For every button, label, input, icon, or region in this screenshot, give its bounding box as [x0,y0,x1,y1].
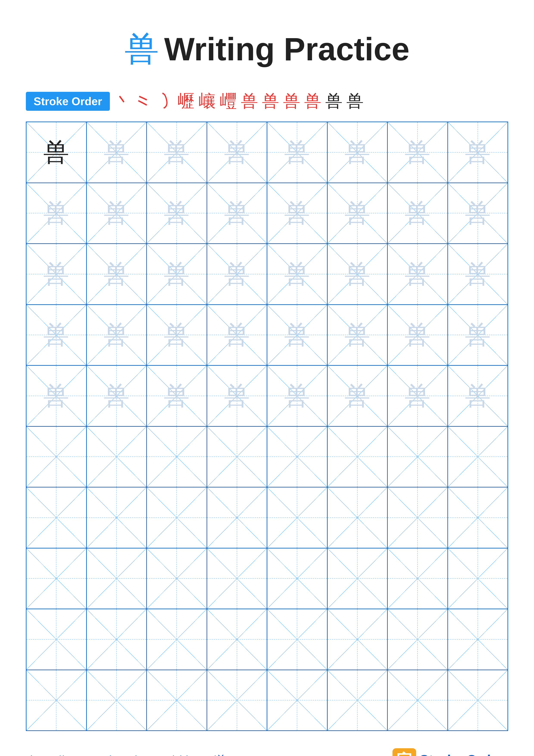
grid-cell[interactable] [147,427,207,487]
grid-cell[interactable] [388,670,448,731]
stroke-step-11: 兽 [325,90,343,113]
cell-char-light: 兽 [224,322,250,348]
grid-cell[interactable]: 兽 [207,122,267,182]
grid-cell[interactable]: 兽 [27,122,87,182]
grid-cell[interactable]: 兽 [328,305,388,365]
grid-cell[interactable]: 兽 [448,366,508,426]
grid-cell[interactable]: 兽 [207,305,267,365]
grid-cell[interactable]: 兽 [147,366,207,426]
cell-char-light: 兽 [465,200,491,226]
footer-logo: 字 Stroke Order [393,748,504,756]
grid-cell[interactable] [388,427,448,487]
grid-cell[interactable] [147,670,207,731]
grid-cell[interactable]: 兽 [448,183,508,244]
grid-row-10 [27,670,507,731]
grid-cell[interactable] [207,427,267,487]
grid-cell[interactable]: 兽 [448,122,508,182]
grid-cell[interactable]: 兽 [27,244,87,304]
grid-cell[interactable] [147,609,207,670]
grid-cell[interactable]: 兽 [448,244,508,304]
grid-cell[interactable]: 兽 [87,122,147,182]
grid-cell[interactable]: 兽 [328,244,388,304]
grid-cell[interactable]: 兽 [87,366,147,426]
grid-cell[interactable] [87,427,147,487]
grid-cell[interactable]: 兽 [267,183,328,244]
grid-cell[interactable]: 兽 [328,366,388,426]
grid-cell[interactable]: 兽 [147,305,207,365]
cell-char-light: 兽 [104,139,129,165]
grid-cell[interactable]: 兽 [328,183,388,244]
grid-cell[interactable] [328,609,388,670]
grid-cell[interactable] [87,609,147,670]
grid-cell[interactable]: 兽 [267,366,328,426]
grid-cell[interactable] [27,609,87,670]
grid-cell[interactable] [27,549,87,609]
grid-cell[interactable]: 兽 [207,366,267,426]
cell-char-light: 兽 [43,383,69,409]
grid-cell[interactable] [267,487,328,548]
stroke-step-10: 兽 [304,90,321,113]
grid-cell[interactable]: 兽 [267,122,328,182]
grid-cell[interactable] [267,670,328,731]
grid-cell[interactable] [87,670,147,731]
grid-cell[interactable]: 兽 [388,305,448,365]
grid-cell[interactable] [207,609,267,670]
grid-cell[interactable]: 兽 [388,244,448,304]
grid-cell[interactable] [388,487,448,548]
grid-cell[interactable] [388,549,448,609]
grid-cell[interactable]: 兽 [27,366,87,426]
grid-cell[interactable]: 兽 [147,244,207,304]
grid-cell[interactable]: 兽 [147,122,207,182]
footer: https://www.strokeorder.com/chinese/兽 字 … [26,748,508,756]
grid-cell[interactable] [448,427,508,487]
grid-cell[interactable]: 兽 [87,244,147,304]
grid-cell[interactable]: 兽 [87,183,147,244]
grid-cell[interactable]: 兽 [448,305,508,365]
grid-cell[interactable]: 兽 [27,183,87,244]
grid-cell[interactable]: 兽 [207,244,267,304]
footer-logo-icon: 字 [393,748,416,756]
cell-char-light: 兽 [284,200,310,226]
cell-char-light: 兽 [164,322,190,348]
grid-cell[interactable] [87,549,147,609]
grid-cell[interactable] [267,549,328,609]
grid-cell[interactable] [267,427,328,487]
grid-cell[interactable] [207,549,267,609]
grid-cell[interactable] [207,670,267,731]
grid-cell[interactable] [328,549,388,609]
title-text: Writing Practice [164,31,410,68]
grid-cell[interactable] [207,487,267,548]
grid-cell[interactable] [448,549,508,609]
cell-char-light: 兽 [284,383,310,409]
grid-cell[interactable]: 兽 [27,305,87,365]
grid-cell[interactable]: 兽 [388,366,448,426]
stroke-step-2: ⺀ [135,90,153,113]
grid-cell[interactable] [448,487,508,548]
grid-cell[interactable]: 兽 [147,183,207,244]
grid-cell[interactable]: 兽 [328,122,388,182]
grid-cell[interactable] [388,609,448,670]
grid-cell[interactable] [27,427,87,487]
footer-url: https://www.strokeorder.com/chinese/兽 [30,753,227,756]
grid-cell[interactable]: 兽 [207,183,267,244]
grid-cell[interactable] [147,487,207,548]
cell-char-dark: 兽 [43,139,69,165]
grid-cell[interactable] [27,487,87,548]
footer-logo-text: Stroke Order [420,752,504,756]
grid-cell[interactable] [448,670,508,731]
grid-cell[interactable]: 兽 [388,183,448,244]
grid-cell[interactable]: 兽 [267,244,328,304]
grid-cell[interactable] [328,487,388,548]
grid-cell[interactable] [87,487,147,548]
grid-cell[interactable] [267,609,328,670]
grid-cell[interactable] [328,427,388,487]
grid-cell[interactable] [147,549,207,609]
grid-cell[interactable]: 兽 [267,305,328,365]
grid-cell[interactable]: 兽 [388,122,448,182]
grid-cell[interactable] [27,670,87,731]
grid-row-8 [27,549,507,609]
grid-cell[interactable] [448,609,508,670]
cell-char-light: 兽 [284,261,310,287]
grid-cell[interactable]: 兽 [87,305,147,365]
grid-cell[interactable] [328,670,388,731]
